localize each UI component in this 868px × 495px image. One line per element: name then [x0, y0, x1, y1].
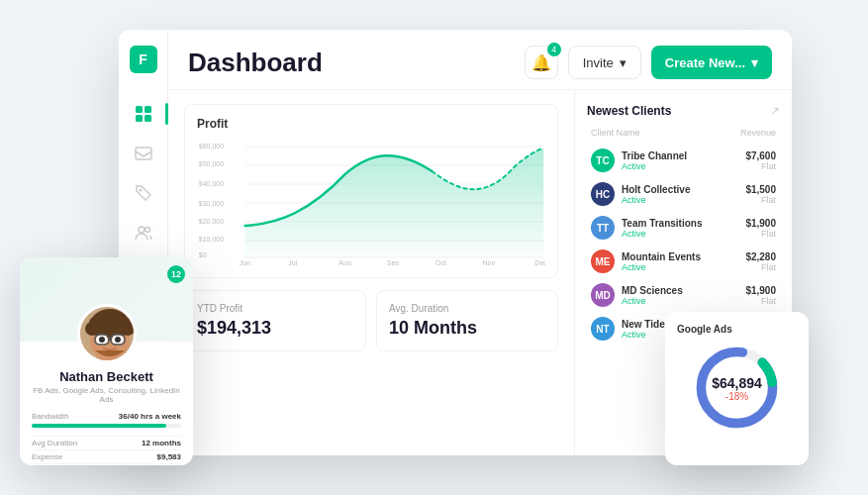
svg-text:Jun: Jun: [240, 258, 250, 265]
svg-point-7: [145, 228, 149, 233]
svg-text:$50,000: $50,000: [199, 159, 224, 169]
client-avatar: TT: [591, 216, 615, 240]
svg-text:$20,000: $20,000: [199, 217, 224, 227]
notification-badge: 4: [547, 43, 561, 56]
chart-title: Profit: [197, 117, 545, 131]
expand-icon[interactable]: ↗: [770, 104, 780, 118]
client-info: Team Transitions Active: [622, 218, 738, 239]
profile-tags: FB Ads, Google Ads, Consulting, LinkedIn…: [32, 386, 181, 404]
invite-button[interactable]: Invite ▾: [568, 46, 641, 79]
bandwidth-progress-bar: [32, 424, 181, 428]
donut-percent: -18%: [712, 390, 762, 401]
svg-text:Dec: Dec: [534, 258, 545, 265]
client-info: MD Sciences Active: [622, 285, 738, 306]
sidebar-item-inbox[interactable]: [133, 143, 154, 164]
header-actions: 🔔 4 Invite ▾ Create New... ▾: [525, 46, 772, 79]
client-revenue: $1,900 Flat: [745, 218, 776, 239]
client-avatar: NT: [591, 317, 615, 341]
svg-rect-1: [145, 106, 151, 113]
profile-top: 12: [20, 257, 193, 342]
google-ads-label: Google Ads: [677, 324, 732, 335]
expense-stat: Expense $9,583: [32, 449, 181, 463]
chart-svg: $60,000 $50,000 $40,000 $30,000 $20,000 …: [197, 137, 545, 265]
svg-text:Oct: Oct: [435, 258, 447, 265]
avg-duration-card: Avg. Duration 10 Months: [376, 290, 558, 351]
client-info: Mountain Events Active: [622, 251, 738, 272]
svg-text:$30,000: $30,000: [199, 199, 224, 209]
svg-point-34: [119, 317, 131, 329]
svg-text:Nov: Nov: [483, 258, 496, 265]
client-revenue: $1,500 Flat: [745, 184, 776, 205]
notification-button[interactable]: 🔔 4: [525, 46, 558, 79]
profile-name: Nathan Beckett: [32, 369, 181, 384]
chevron-down-icon: ▾: [751, 55, 758, 70]
svg-rect-3: [145, 115, 151, 122]
avg-duration-label: Avg. Duration: [389, 303, 545, 314]
client-revenue: $2,280 Flat: [745, 251, 776, 272]
sidebar-icons: [133, 103, 154, 244]
bandwidth-progress-fill: [32, 424, 166, 428]
client-avatar: MD: [591, 283, 615, 307]
client-row[interactable]: TT Team Transitions Active $1,900 Flat: [587, 211, 780, 245]
svg-text:Jul: Jul: [288, 258, 297, 265]
header: Dashboard 🔔 4 Invite ▾ Create New... ▾: [168, 30, 792, 90]
svg-point-33: [89, 317, 101, 329]
ytd-profit-label: YTD Profit: [197, 303, 353, 314]
avg-duration-value: 10 Months: [389, 318, 545, 339]
donut-amount: $64,894: [712, 374, 762, 390]
client-row[interactable]: MD MD Sciences Active $1,900 Flat: [587, 278, 780, 312]
profile-avatar: [77, 304, 137, 363]
scene: F: [0, 0, 868, 495]
stats-row: YTD Profit $194,313 Avg. Duration 10 Mon…: [184, 290, 558, 351]
client-revenue: $1,900 Flat: [745, 285, 776, 306]
panel-title: Newest Clients: [587, 104, 671, 118]
ytd-profit-value: $194,313: [197, 318, 353, 339]
profile-card: 12: [20, 257, 193, 465]
sidebar-item-grid[interactable]: [133, 103, 154, 125]
panel-header: Newest Clients ↗: [587, 104, 780, 118]
create-new-button[interactable]: Create New... ▾: [651, 46, 772, 79]
donut-chart: $64,894 -18%: [690, 341, 784, 435]
revenue-stat: Revenue $20,564: [32, 463, 181, 465]
svg-point-39: [115, 337, 121, 343]
ytd-profit-card: YTD Profit $194,313: [184, 290, 366, 351]
client-avatar: ME: [591, 249, 615, 273]
client-row[interactable]: HC Holt Collective Active $1,500 Flat: [587, 177, 780, 211]
avg-duration-stat: Avg Duration 12 months: [32, 436, 181, 449]
svg-text:$60,000: $60,000: [199, 142, 224, 151]
svg-rect-0: [136, 106, 143, 113]
sidebar-item-tag[interactable]: [133, 182, 154, 204]
svg-text:$10,000: $10,000: [199, 235, 224, 245]
chart-container: $60,000 $50,000 $40,000 $30,000 $20,000 …: [197, 137, 545, 265]
svg-point-5: [139, 189, 142, 192]
client-row[interactable]: ME Mountain Events Active $2,280 Flat: [587, 245, 780, 278]
donut-center: $64,894 -18%: [712, 374, 762, 401]
client-avatar: HC: [591, 182, 615, 206]
app-logo: F: [130, 46, 157, 73]
svg-text:Sep: Sep: [387, 258, 399, 265]
profit-chart-section: Profit $60,000 $50,000 $40,000 $30,000 $…: [184, 104, 558, 278]
client-info: Holt Collective Active: [622, 184, 738, 205]
profile-bandwidth: Bandwidth 36/40 hrs a week: [32, 412, 181, 421]
svg-text:$40,000: $40,000: [199, 179, 224, 189]
page-title: Dashboard: [188, 48, 323, 78]
left-panel: Profit $60,000 $50,000 $40,000 $30,000 $…: [168, 90, 574, 455]
svg-point-6: [139, 227, 145, 233]
client-info: Tribe Channel Active: [622, 150, 738, 171]
svg-point-38: [99, 337, 105, 343]
client-revenue: $7,600 Flat: [745, 150, 776, 171]
svg-point-35: [103, 312, 117, 326]
clients-table-header: Client Name Revenue: [587, 128, 780, 138]
google-ads-card: Google Ads $64,894 -18%: [665, 312, 809, 465]
client-row[interactable]: TC Tribe Channel Active $7,600 Flat: [587, 144, 780, 177]
chevron-down-icon: ▾: [620, 55, 627, 70]
profile-stats: Avg Duration 12 months Expense $9,583 Re…: [32, 436, 181, 465]
client-avatar: TC: [591, 148, 615, 172]
svg-text:Aug: Aug: [338, 258, 350, 265]
svg-text:$0: $0: [199, 250, 207, 260]
sidebar-item-users[interactable]: [133, 222, 154, 244]
svg-rect-2: [136, 115, 143, 122]
profile-badge: 12: [167, 265, 185, 283]
